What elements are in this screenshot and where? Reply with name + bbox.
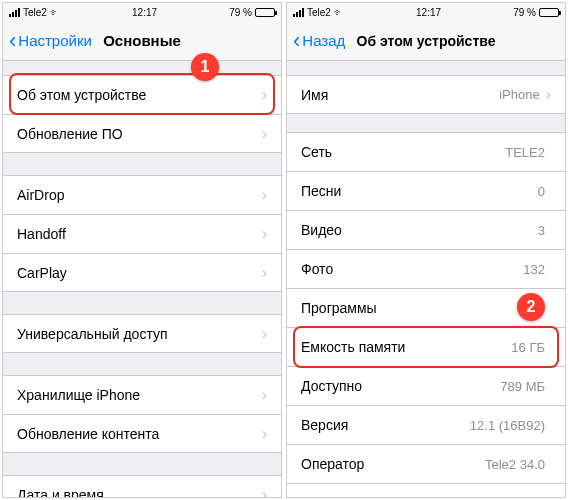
settings-list: Об этом устройстве › Обновление ПО › Air… — [3, 61, 281, 497]
row-iphone-storage[interactable]: Хранилище iPhone › — [3, 375, 281, 414]
row-value: 789 МБ — [500, 379, 545, 394]
battery-pct: 79 % — [513, 7, 536, 18]
time-label: 12:17 — [416, 7, 441, 18]
phone-right: Tele2 ᯤ 12:17 79 % ‹ Назад Об этом устро… — [286, 2, 566, 498]
signal-icon — [293, 8, 304, 17]
carrier-label: Tele2 — [23, 7, 47, 18]
battery-icon — [255, 8, 275, 17]
row-label: Версия — [301, 417, 470, 433]
row-handoff[interactable]: Handoff › — [3, 214, 281, 253]
row-value: 0 — [538, 184, 545, 199]
annotation-badge-1: 1 — [191, 53, 219, 81]
phone-left: Tele2 ᯤ 12:17 79 % ‹ Настройки Основные … — [2, 2, 282, 498]
wifi-icon: ᯤ — [334, 7, 344, 18]
nav-bar: ‹ Настройки Основные — [3, 21, 281, 61]
row-label: Оператор — [301, 456, 485, 472]
row-value: TELE2 — [505, 145, 545, 160]
row-videos: Видео 3 — [287, 210, 565, 249]
row-carplay[interactable]: CarPlay › — [3, 253, 281, 292]
row-songs: Песни 0 — [287, 171, 565, 210]
row-label: Программы — [301, 300, 545, 316]
status-bar: Tele2 ᯤ 12:17 79 % — [287, 3, 565, 21]
row-date-time[interactable]: Дата и время › — [3, 475, 281, 497]
row-label: Песни — [301, 183, 538, 199]
annotation-badge-2: 2 — [517, 293, 545, 321]
chevron-left-icon: ‹ — [9, 30, 16, 52]
back-label: Настройки — [18, 32, 92, 49]
battery-pct: 79 % — [229, 7, 252, 18]
row-capacity: Емкость памяти 16 ГБ — [287, 327, 565, 366]
row-airdrop[interactable]: AirDrop › — [3, 175, 281, 214]
back-label: Назад — [302, 32, 345, 49]
row-label: CarPlay — [17, 265, 262, 281]
row-label: Доступно — [301, 378, 500, 394]
row-label: Обновление ПО — [17, 126, 262, 142]
chevron-right-icon: › — [262, 386, 267, 404]
chevron-left-icon: ‹ — [293, 30, 300, 52]
row-label: Модель — [301, 495, 506, 497]
row-value: 12.1 (16B92) — [470, 418, 545, 433]
row-name[interactable]: Имя iPhone › — [287, 75, 565, 114]
chevron-right-icon: › — [262, 425, 267, 443]
row-label: Имя — [301, 87, 499, 103]
row-carrier: Оператор Tele2 34.0 — [287, 444, 565, 483]
row-background-refresh[interactable]: Обновление контента › — [3, 414, 281, 453]
row-accessibility[interactable]: Универсальный доступ › — [3, 314, 281, 353]
chevron-right-icon: › — [262, 186, 267, 204]
row-about[interactable]: Об этом устройстве › — [3, 75, 281, 114]
row-value: Tele2 34.0 — [485, 457, 545, 472]
row-value: 132 — [523, 262, 545, 277]
row-available: Доступно 789 МБ — [287, 366, 565, 405]
carrier-label: Tele2 — [307, 7, 331, 18]
chevron-right-icon: › — [262, 486, 267, 497]
row-label: Дата и время — [17, 487, 262, 497]
row-label: Об этом устройстве — [17, 87, 262, 103]
row-label: Универсальный доступ — [17, 326, 262, 342]
row-value: iPhone — [499, 87, 539, 102]
wifi-icon: ᯤ — [50, 7, 60, 18]
row-value: 16 ГБ — [511, 340, 545, 355]
row-label: Хранилище iPhone — [17, 387, 262, 403]
row-version: Версия 12.1 (16B92) — [287, 405, 565, 444]
row-value: ——— — [506, 496, 545, 498]
battery-icon — [539, 8, 559, 17]
row-label: Емкость памяти — [301, 339, 511, 355]
row-value: 3 — [538, 223, 545, 238]
back-button[interactable]: ‹ Настройки — [3, 30, 92, 52]
row-label: Фото — [301, 261, 523, 277]
about-list: Имя iPhone › Сеть TELE2 Песни 0 Видео 3 … — [287, 61, 565, 497]
row-label: AirDrop — [17, 187, 262, 203]
row-label: Handoff — [17, 226, 262, 242]
row-model: Модель ——— — [287, 483, 565, 497]
chevron-right-icon: › — [262, 86, 267, 104]
status-bar: Tele2 ᯤ 12:17 79 % — [3, 3, 281, 21]
row-label: Сеть — [301, 144, 505, 160]
row-label: Обновление контента — [17, 426, 262, 442]
time-label: 12:17 — [132, 7, 157, 18]
chevron-right-icon: › — [546, 86, 551, 104]
chevron-right-icon: › — [262, 125, 267, 143]
chevron-right-icon: › — [262, 264, 267, 282]
row-software-update[interactable]: Обновление ПО › — [3, 114, 281, 153]
row-network: Сеть TELE2 — [287, 132, 565, 171]
chevron-right-icon: › — [262, 225, 267, 243]
chevron-right-icon: › — [262, 325, 267, 343]
signal-icon — [9, 8, 20, 17]
back-button[interactable]: ‹ Назад — [287, 30, 345, 52]
row-photos: Фото 132 — [287, 249, 565, 288]
nav-bar: ‹ Назад Об этом устройстве — [287, 21, 565, 61]
row-label: Видео — [301, 222, 538, 238]
